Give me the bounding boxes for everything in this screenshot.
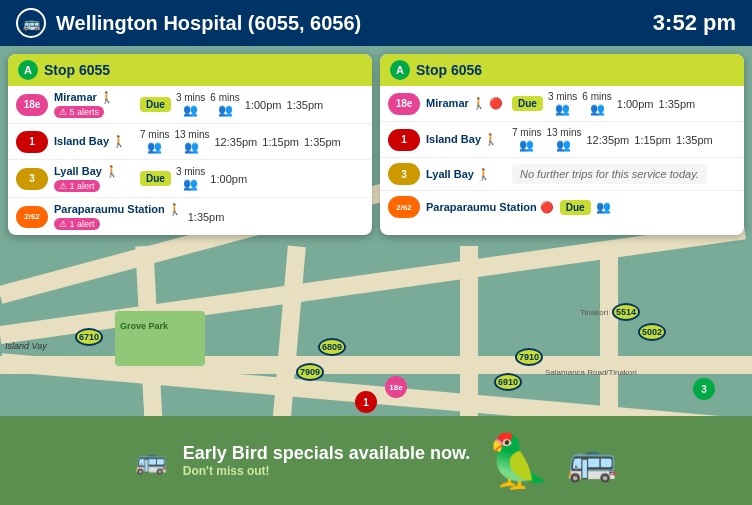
- time-115pm-islandbay-6056: 1:15pm: [634, 134, 671, 146]
- marker-6809: 6809: [318, 338, 346, 356]
- panels-container: A Stop 6055 18e Miramar 🚶 ⚠ 5 alerts Due…: [8, 54, 744, 235]
- bird-graphic: 🦜: [486, 435, 551, 487]
- route-badge-18e-6055: 18e: [16, 94, 48, 116]
- alert-badge-lyallbay-6055: ⚠ 1 alert: [54, 180, 100, 192]
- banner-bus-icon: 🚌: [135, 445, 167, 476]
- due-badge-paraparaumu-6056: Due: [560, 200, 591, 215]
- time-100pm-lyallbay-6055: 1:00pm: [210, 173, 247, 185]
- crowd-icon-8: 👥: [519, 138, 534, 152]
- route-badge-3-6055: 3: [16, 168, 48, 190]
- route-alert-lyallbay-6055: ⚠ 1 alert: [54, 180, 134, 192]
- marker-bus-18e: 18e: [385, 376, 407, 398]
- alert-badge-miramar-6055: ⚠ 5 alerts: [54, 106, 104, 118]
- crowd-icon-9: 👥: [556, 138, 571, 152]
- route-name-col-paraparaumu-6055: Paraparaumu Station 🚶 ⚠ 1 alert: [54, 203, 182, 230]
- time-7min-islandbay-6055: 7 mins 👥: [140, 129, 169, 154]
- marker-circle-7909: 7909: [296, 363, 324, 381]
- time-1235pm-islandbay-6055: 12:35pm: [214, 136, 257, 148]
- time-label: 3 mins: [176, 166, 205, 177]
- due-badge-miramar-6056: Due: [512, 96, 543, 111]
- marker-circle-5514: 5514: [612, 303, 640, 321]
- stop-6055-header: A Stop 6055: [8, 54, 372, 86]
- marker-6910: 6910: [494, 373, 522, 391]
- route-badge-1-6055: 1: [16, 131, 48, 153]
- road-label-1: Tinakori: [580, 308, 608, 317]
- banner-text: Early Bird specials available now. Don't…: [183, 443, 470, 478]
- road-label-2: Salamanca Road/Tinakori: [545, 368, 637, 377]
- route-name-paraparaumu-6055: Paraparaumu Station 🚶: [54, 203, 182, 216]
- marker-circle-5002: 5002: [638, 323, 666, 341]
- bus-badge-18e: 18e: [385, 376, 407, 398]
- marker-5002: 5002: [638, 323, 666, 341]
- marker-bus-1: 1: [355, 391, 377, 413]
- bus-badge-3: 3: [693, 378, 715, 400]
- time-13min-islandbay-6055: 13 mins 👥: [174, 129, 209, 154]
- header-left: 🚌 Wellington Hospital (6055, 6056): [16, 8, 361, 38]
- times-col-lyallbay-6056: No further trips for this service today.: [512, 164, 736, 184]
- due-badge-lyallbay-6055: Due: [140, 171, 171, 186]
- route-name-col-lyallbay-6056: Lyall Bay 🚶: [426, 168, 506, 181]
- marker-5514: 5514: [612, 303, 640, 321]
- banner-subtitle: Don't miss out!: [183, 464, 470, 478]
- stop-6055-icon: A: [18, 60, 38, 80]
- crowd-icon-4: 👥: [184, 140, 199, 154]
- times-col-miramar-6056: Due 3 mins 👥 6 mins 👥 1:00pm 1:35pm: [512, 91, 736, 116]
- stop-6056-title: Stop 6056: [416, 62, 482, 78]
- map-area: Grove Park Island Vay Tinakori Salamanca…: [0, 46, 752, 416]
- banner-title: Early Bird specials available now.: [183, 443, 470, 464]
- route-badge-3-6056: 3: [388, 163, 420, 185]
- route-name-col-lyallbay-6055: Lyall Bay 🚶 ⚠ 1 alert: [54, 165, 134, 192]
- time-label: 6 mins: [582, 91, 611, 102]
- route-row-paraparaumu-6055: 2/62 Paraparaumu Station 🚶 ⚠ 1 alert 1:3…: [8, 198, 372, 235]
- road-v3: [600, 246, 618, 416]
- bottom-banner: 🚌 Early Bird specials available now. Don…: [0, 416, 752, 505]
- marker-circle-6910: 6910: [494, 373, 522, 391]
- route-badge-262-6056: 2/62: [388, 196, 420, 218]
- route-name-col-miramar-6055: Miramar 🚶 ⚠ 5 alerts: [54, 91, 134, 118]
- time-100pm-miramar-6055: 1:00pm: [245, 99, 282, 111]
- crowd-icon-7: 👥: [590, 102, 605, 116]
- stop-6055-panel: A Stop 6055 18e Miramar 🚶 ⚠ 5 alerts Due…: [8, 54, 372, 235]
- route-name-col-islandbay-6056: Island Bay 🚶: [426, 133, 506, 146]
- stop-6056-header: A Stop 6056: [380, 54, 744, 86]
- time-label: 6 mins: [210, 92, 239, 103]
- time-label: 7 mins: [140, 129, 169, 140]
- time-6min-miramar-6056: 6 mins 👥: [582, 91, 611, 116]
- time-label: 3 mins: [176, 92, 205, 103]
- route-badge-1-6056: 1: [388, 129, 420, 151]
- time-100pm-miramar-6056: 1:00pm: [617, 98, 654, 110]
- marker-bus-3: 3: [693, 378, 715, 400]
- route-name-col-miramar-6056: Miramar 🚶 🔴: [426, 97, 506, 110]
- time-135pm-islandbay-6056: 1:35pm: [676, 134, 713, 146]
- marker-circle-6809: 6809: [318, 338, 346, 356]
- due-badge-miramar-6055: Due: [140, 97, 171, 112]
- route-name-lyallbay-6056: Lyall Bay 🚶: [426, 168, 506, 181]
- route-row-miramar-6056: 18e Miramar 🚶 🔴 Due 3 mins 👥 6 mins 👥 1:…: [380, 86, 744, 122]
- marker-circle-7910: 7910: [515, 348, 543, 366]
- park-label: Grove Park: [120, 321, 168, 331]
- bus-badge-1: 1: [355, 391, 377, 413]
- route-badge-18e-6056: 18e: [388, 93, 420, 115]
- time-7min-islandbay-6056: 7 mins 👥: [512, 127, 541, 152]
- route-row-islandbay-6056: 1 Island Bay 🚶 7 mins 👥 13 mins 👥 12:35p…: [380, 122, 744, 158]
- marker-7909: 7909: [296, 363, 324, 381]
- route-name-islandbay-6056: Island Bay 🚶: [426, 133, 506, 146]
- route-row-lyallbay-6056: 3 Lyall Bay 🚶 No further trips for this …: [380, 158, 744, 191]
- header-bus-icon: 🚌: [16, 8, 46, 38]
- time-115pm-islandbay-6055: 1:15pm: [262, 136, 299, 148]
- route-row-islandbay-6055: 1 Island Bay 🚶 7 mins 👥 13 mins 👥 12:35p…: [8, 124, 372, 160]
- stop-6055-title: Stop 6055: [44, 62, 110, 78]
- route-row-lyallbay-6055: 3 Lyall Bay 🚶 ⚠ 1 alert Due 3 mins 👥 1:0…: [8, 160, 372, 198]
- times-col-paraparaumu-6055: 1:35pm: [188, 211, 364, 223]
- times-col-lyallbay-6055: Due 3 mins 👥 1:00pm: [140, 166, 364, 191]
- marker-6710: 6710: [75, 328, 103, 346]
- time-1235pm-islandbay-6056: 12:35pm: [586, 134, 629, 146]
- route-name-col-paraparaumu-6056: Paraparaumu Station 🔴: [426, 201, 554, 214]
- crowd-icon-1: 👥: [183, 103, 198, 117]
- stop-6056-icon: A: [390, 60, 410, 80]
- crowd-icon-10: 👥: [596, 200, 611, 214]
- route-name-miramar-6056: Miramar 🚶 🔴: [426, 97, 506, 110]
- time-label: 13 mins: [174, 129, 209, 140]
- alert-badge-paraparaumu-6055: ⚠ 1 alert: [54, 218, 100, 230]
- header-time: 3:52 pm: [653, 10, 736, 36]
